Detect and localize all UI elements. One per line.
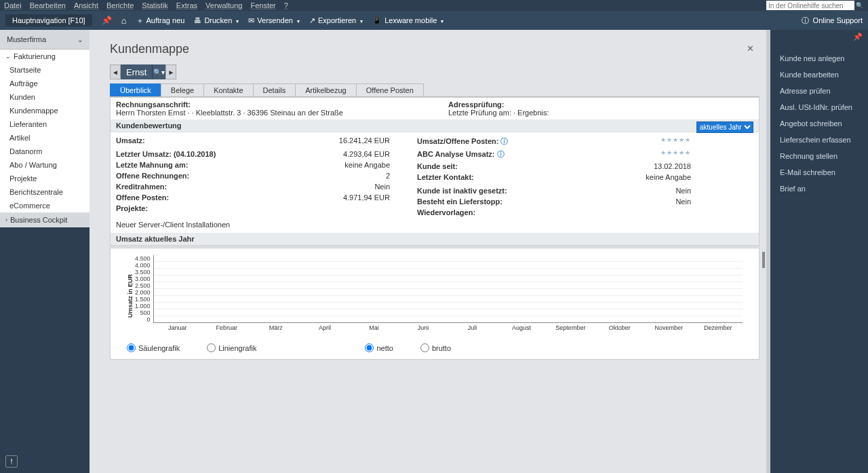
expand-grip[interactable] xyxy=(762,252,765,268)
menubar: DateiBearbeitenAnsichtBerichteStatistikE… xyxy=(0,0,868,11)
info-icon[interactable]: ! xyxy=(5,455,18,468)
data-row: Kunde ist inaktiv gesetzt:Nein xyxy=(417,185,691,196)
action-adresse-pr-fen[interactable]: Adresse prüfen xyxy=(770,83,868,99)
online-support-button[interactable]: ⓘ Online Support xyxy=(802,16,863,26)
pin-icon[interactable]: 📌 xyxy=(102,16,112,25)
nav-item-ecommerce[interactable]: eCommerce xyxy=(0,199,90,212)
data-row: Kreditrahmen:Nein xyxy=(116,181,390,192)
home-icon[interactable]: ⌂ xyxy=(121,16,127,26)
data-row: Umsatz:16.241,24 EUR xyxy=(116,135,390,146)
data-row: Offene Rechnungen:2 xyxy=(116,170,390,181)
action-e-mail-schreiben[interactable]: E-Mail schreiben xyxy=(770,164,868,181)
nav-item-projekte[interactable]: Projekte xyxy=(0,172,90,185)
nav-item-kunden[interactable]: Kunden xyxy=(0,90,90,104)
x-label: April xyxy=(300,323,349,331)
chart-header: Umsatz aktuelles Jahr xyxy=(111,233,759,246)
action-rechnung-stellen[interactable]: Rechnung stellen xyxy=(770,148,868,164)
data-row: Besteht ein Lieferstopp:Nein xyxy=(417,196,691,207)
help-search-input[interactable] xyxy=(766,1,854,10)
chevron-down-icon: ⌄ xyxy=(77,36,83,43)
action-kunde-bearbeiten[interactable]: Kunde bearbeiten xyxy=(770,67,868,83)
tab-überblick[interactable]: Überblick xyxy=(110,83,161,96)
nav-item-artikel[interactable]: Artikel xyxy=(0,131,90,145)
customer-name: Ernst xyxy=(121,64,152,79)
export-button[interactable]: ↗ Exportieren xyxy=(309,16,363,25)
lexware-mobile-button[interactable]: 📱 Lexware mobile xyxy=(372,16,443,25)
action-ausl-ust-idnr-pr-fen[interactable]: Ausl. USt-IdNr. prüfen xyxy=(770,99,868,115)
menu-ansicht[interactable]: Ansicht xyxy=(74,1,98,10)
radio-line-chart[interactable]: Liniengrafik xyxy=(207,343,256,352)
pin-right-icon[interactable]: 📌 xyxy=(853,33,863,41)
menu-verwaltung[interactable]: Verwaltung xyxy=(205,1,242,10)
menu-berichte[interactable]: Berichte xyxy=(106,1,134,10)
x-label: September xyxy=(546,323,595,331)
nav-item-kundenmappe[interactable]: Kundenmappe xyxy=(0,104,90,117)
menu-extras[interactable]: Extras xyxy=(176,1,197,10)
info-icon[interactable]: ⓘ xyxy=(498,137,508,145)
data-row: Umsatz/Offene Posten: ⓘ★★★★★ xyxy=(417,135,691,148)
data-row: Wiedervorlagen: xyxy=(417,207,691,218)
radio-brutto[interactable]: brutto xyxy=(420,343,451,352)
tab-artikelbezug[interactable]: Artikelbezug xyxy=(295,83,357,96)
nav-header-fakturierung[interactable]: Fakturierung xyxy=(0,50,90,63)
x-label: Juli xyxy=(448,323,496,331)
period-select[interactable]: aktuelles Jahr xyxy=(696,121,753,133)
data-row: ABC Analyse Umsatz: ⓘ★★★★★ xyxy=(417,148,691,161)
action-lieferschein-erfassen[interactable]: Lieferschein erfassen xyxy=(770,132,868,148)
menu-datei[interactable]: Datei xyxy=(4,1,22,10)
x-label: Mai xyxy=(349,323,398,331)
chart-bars xyxy=(153,255,743,323)
tab-kontakte[interactable]: Kontakte xyxy=(203,83,253,96)
chart-panel: Umsatz in EUR 4.5004.0003.5003.0002.5002… xyxy=(110,248,760,360)
data-row: Projekte: xyxy=(116,203,390,214)
customer-search-button[interactable]: 🔍▾ xyxy=(152,64,165,79)
menu-bearbeiten[interactable]: Bearbeiten xyxy=(30,1,66,10)
sidebar-right: 📌 Kunde neu anlegenKunde bearbeitenAdres… xyxy=(770,30,868,473)
nav-item-abo-wartung[interactable]: Abo / Wartung xyxy=(0,158,90,172)
info-icon[interactable]: ⓘ xyxy=(495,150,505,158)
toolbar: Hauptnavigation [F10] 📌 ⌂ ＋ Auftrag neu … xyxy=(0,11,868,30)
projects-line: Neuer Server-/Client Installationen xyxy=(111,221,759,233)
send-button[interactable]: ✉ Versenden xyxy=(248,16,300,25)
tab-details[interactable]: Details xyxy=(253,83,296,96)
tab-offene posten[interactable]: Offene Posten xyxy=(356,83,424,96)
action-brief-an[interactable]: Brief an xyxy=(770,181,868,197)
data-row: Letzte Mahnung am:keine Angabe xyxy=(116,159,390,170)
data-row: Letzter Kontakt:keine Angabe xyxy=(417,172,691,183)
nav-item-startseite[interactable]: Startseite xyxy=(0,63,90,77)
next-customer-button[interactable]: ► xyxy=(165,64,176,79)
nav-item-lieferanten[interactable]: Lieferanten xyxy=(0,117,90,131)
help-search-button[interactable]: 🔍 xyxy=(854,1,864,10)
tab-belege[interactable]: Belege xyxy=(161,83,204,96)
radio-netto[interactable]: netto xyxy=(365,343,393,352)
menu-statistik[interactable]: Statistik xyxy=(142,1,168,10)
data-row: Offene Posten:4.971,94 EUR xyxy=(116,192,390,203)
new-order-button[interactable]: ＋ Auftrag neu xyxy=(136,16,185,26)
nav-item-auftr-ge[interactable]: Aufträge xyxy=(0,77,90,90)
prev-customer-button[interactable]: ◄ xyxy=(110,64,121,79)
nav-item-datanorm[interactable]: Datanorm xyxy=(0,145,90,158)
nav-item-berichtszentrale[interactable]: Berichtszentrale xyxy=(0,185,90,199)
menu-?[interactable]: ? xyxy=(284,1,288,10)
billing-address-line: Herrn Thorsten Ernst · · Kleeblattstr. 3… xyxy=(116,109,421,117)
x-label: Dezember xyxy=(694,323,743,331)
address-check-line: Letzte Prüfung am: · Ergebnis: xyxy=(448,109,753,117)
billing-address-header: Rechnungsanschrift: xyxy=(116,100,421,109)
chart-options: Säulengrafik Liniengrafik netto brutto xyxy=(127,343,743,352)
overview-panel: Rechnungsanschrift: Herrn Thorsten Ernst… xyxy=(110,97,760,246)
x-label: Januar xyxy=(153,323,202,331)
print-button[interactable]: 🖶 Drucken xyxy=(194,16,239,24)
data-row: Letzter Umsatz: (04.10.2018)4.293,64 EUR xyxy=(116,149,390,159)
main-nav-label[interactable]: Hauptnavigation [F10] xyxy=(5,14,92,26)
action-kunde-neu-anlegen[interactable]: Kunde neu anlegen xyxy=(770,50,868,67)
address-check-header: Adressprüfung: xyxy=(448,100,753,109)
company-selector[interactable]: Musterfirma⌄ xyxy=(0,30,90,50)
data-row: Kunde seit:13.02.2018 xyxy=(417,161,691,172)
radio-bar-chart[interactable]: Säulengrafik xyxy=(127,343,180,352)
customer-navigator: ◄ Ernst 🔍▾ ► xyxy=(110,64,760,79)
page-title: Kundenmappe xyxy=(110,42,760,56)
menu-fenster[interactable]: Fenster xyxy=(250,1,275,10)
action-angebot-schreiben[interactable]: Angebot schreiben xyxy=(770,115,868,132)
x-label: November xyxy=(644,323,693,331)
nav-section-business-cockpit[interactable]: Business Cockpit xyxy=(0,213,90,227)
